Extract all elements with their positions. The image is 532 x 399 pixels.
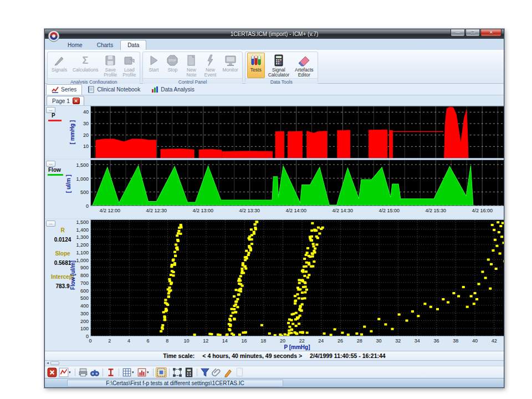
y-tick-label: 20 — [55, 132, 89, 138]
page-close-icon[interactable]: ✕ — [73, 98, 80, 104]
ribbon-group-data-tools: TestsSignal CalculatorArtefacts EditorDa… — [245, 52, 318, 83]
time-tick-label: 4/2 14:00 — [286, 208, 307, 213]
scroll-left-icon[interactable]: ◂ — [45, 361, 50, 366]
scroll-thumb[interactable] — [50, 361, 59, 365]
y-tick-label: 100 — [55, 326, 89, 331]
y-tick-label: 1,200 — [55, 242, 89, 248]
annotate-button[interactable] — [223, 367, 234, 377]
ribbon-button-stop[interactable]: STOPStop — [163, 53, 181, 78]
ribbon-button-new-event[interactable]: New Event — [201, 53, 219, 78]
p-plot[interactable] — [90, 106, 504, 158]
ribbon-button-tests[interactable]: Tests — [247, 53, 265, 78]
toolbar-separator — [103, 369, 103, 376]
time-tick-label: 4/2 12:00 — [100, 208, 121, 213]
flow-options-button[interactable]: ... — [46, 161, 55, 167]
layout-icon — [172, 367, 182, 377]
tab-series[interactable]: Series — [46, 84, 82, 95]
ribbon-tab-home[interactable]: Home — [60, 40, 90, 50]
table-view-button[interactable] — [121, 367, 132, 377]
toolbar-separator — [169, 369, 170, 376]
ribbon-button-signals[interactable]: Signals — [49, 53, 69, 78]
minimize-button[interactable]: — — [451, 29, 465, 37]
time-scale-value[interactable]: < 4 hours, 40 minutes, 49 seconds > — [202, 352, 302, 359]
scatter-x-axis: 024681012141618202224262830323436384042 — [90, 336, 504, 344]
x-tick-label: 30 — [376, 338, 381, 344]
dropdown-arrow-icon[interactable]: ▾ — [69, 370, 73, 375]
ribbon-button-save-profile[interactable]: Save Profile — [101, 53, 119, 78]
y-tick-label: 700 — [55, 280, 89, 286]
ribbon-button-monitor[interactable]: Monitor — [220, 53, 240, 78]
x-tick-label: 26 — [337, 338, 343, 344]
toolbar-separator — [119, 369, 119, 376]
print-button[interactable] — [78, 367, 89, 377]
cursor-button[interactable] — [105, 367, 116, 377]
horizontal-scrollbar[interactable]: ◂ — [45, 361, 504, 366]
close-button[interactable]: ✕ — [480, 29, 502, 37]
scatter-x-axis-title: P [mmHg] — [90, 344, 504, 350]
y-tick-label: 600 — [55, 288, 89, 294]
dropdown-arrow-icon[interactable]: ▾ — [147, 370, 151, 375]
p-series-label[interactable]: P — [52, 112, 55, 119]
x-tick-label: 4 — [127, 338, 130, 344]
ribbon-tab-charts[interactable]: Charts — [90, 40, 120, 50]
zoom-select-button[interactable] — [156, 367, 167, 377]
export-chart-button[interactable] — [136, 367, 147, 377]
y-tick-label: 400 — [55, 303, 89, 309]
app-window: 1CERTAS.ICM (import) - ICM+ (v.7) — ❐ ✕ … — [44, 29, 504, 388]
filter-icon — [200, 367, 210, 377]
values-grid-button[interactable] — [183, 367, 195, 377]
y-tick-label: 1,500 — [55, 219, 89, 225]
tab-data-analysis[interactable]: Data Analysis — [146, 84, 200, 95]
maximize-button[interactable]: ❐ — [466, 29, 480, 37]
ribbon-button-artefacts-editor[interactable]: Artefacts Editor — [293, 53, 316, 78]
tab-clinical-notebook[interactable]: Clinical Notebook — [82, 84, 146, 95]
y-tick-label: 1,400 — [55, 227, 89, 233]
scatter-plot[interactable] — [90, 219, 504, 336]
y-tick-label: 800 — [55, 273, 89, 278]
page-tab-label: Page 1 — [52, 98, 70, 104]
y-tick-label: 40 — [55, 109, 89, 115]
ribbon-button-load-profile[interactable]: Load Profile — [120, 53, 138, 78]
find-button[interactable] — [89, 367, 100, 377]
view-tab-label: Series — [61, 86, 76, 93]
ribbon-button-start[interactable]: Start — [145, 53, 162, 78]
y-tick-label: 900 — [55, 265, 89, 270]
ribbon-group-analysis-configuration: SignalsΣCalculationsSave ProfileLoad Pro… — [47, 52, 140, 83]
close-view-button[interactable] — [47, 367, 58, 377]
time-tick-label: 4/2 16:00 — [472, 208, 493, 213]
ribbon-button-calculations[interactable]: ΣCalculations — [70, 53, 100, 78]
flow-plot[interactable] — [90, 160, 504, 206]
x-tick-label: 2 — [108, 338, 111, 344]
tab-page1[interactable]: Page 1 ✕ — [47, 96, 84, 105]
y-tick-label: 300 — [55, 311, 89, 316]
tests-icon — [249, 54, 263, 67]
layout-button[interactable] — [172, 367, 183, 377]
save-icon — [104, 54, 117, 67]
status-file-path: F:\Certas\First f-p tests at different s… — [67, 380, 283, 387]
scatter-options-button[interactable]: ... — [46, 221, 55, 227]
dropdown-arrow-icon[interactable]: ▾ — [132, 370, 136, 375]
ribbon-tab-data[interactable]: Data — [120, 40, 146, 50]
y-tick-label: 500 — [55, 295, 89, 301]
flow-series-color-swatch — [48, 174, 63, 176]
notes-button[interactable] — [234, 367, 245, 377]
app-logo-icon — [48, 30, 60, 42]
link-button[interactable] — [211, 367, 222, 377]
sigma-icon: Σ — [79, 54, 92, 67]
pen-small-icon — [223, 367, 233, 377]
x-tick-label: 34 — [415, 338, 420, 344]
time-scale-range: 2/4/1999 11:40:55 - 16:21:44 — [310, 352, 386, 359]
panel-p-gutter: ... P [ mmHg ] 10203040 — [45, 106, 90, 158]
window-title: 1CERTAS.ICM (import) - ICM+ (v.7) — [45, 31, 504, 37]
ribbon-group-control-panel: StartSTOPStopNew NoteNew EventMonitorCon… — [142, 52, 242, 83]
title-bar[interactable]: 1CERTAS.ICM (import) - ICM+ (v.7) — ❐ ✕ — [45, 29, 504, 39]
ribbon-button-label: Load Profile — [122, 68, 136, 78]
charts-area: ... P [ mmHg ] 10203040 ... Flow [ ul/m … — [45, 106, 504, 361]
analysis-icon — [151, 86, 158, 93]
ribbon-button-label: Monitor — [222, 68, 238, 73]
ribbon-button-new-note[interactable]: New Note — [182, 53, 200, 78]
ribbon-button-signal-calculator[interactable]: Signal Calculator — [266, 53, 291, 78]
chart-type-button[interactable] — [58, 367, 69, 377]
filter-button[interactable] — [200, 367, 211, 377]
page-icon — [235, 367, 245, 377]
